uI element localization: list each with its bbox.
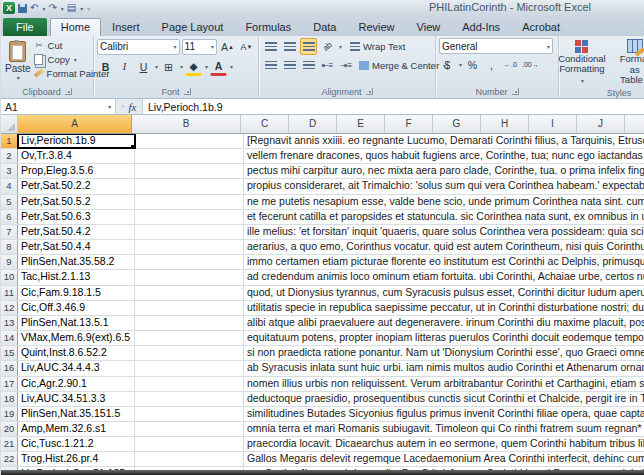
cell-c11[interactable]: quod, ut Dionysius tyrannus, cum Syracus… — [244, 286, 644, 300]
cell-b13[interactable] — [135, 316, 244, 330]
tab-insert[interactable]: Insert — [101, 18, 151, 36]
cell-b18[interactable] — [135, 392, 244, 406]
font-name-combo[interactable]: Calibri ▾ — [97, 39, 180, 55]
print-icon[interactable]: ▤ — [67, 2, 76, 14]
column-header-e[interactable]: E — [337, 115, 385, 133]
chevron-down-icon[interactable]: ▾ — [230, 63, 233, 70]
row-header-18[interactable]: 18 — [1, 392, 18, 406]
undo-icon[interactable]: ↶ — [30, 2, 38, 14]
bottom-align-button[interactable] — [300, 38, 317, 55]
chevron-down-icon[interactable]: ▾ — [42, 5, 45, 12]
cell-a9[interactable]: PlinSen,Nat.35.58.2 — [18, 255, 135, 269]
align-left-button[interactable] — [262, 57, 279, 74]
tab-file[interactable]: File — [3, 18, 47, 36]
font-size-combo[interactable]: 11 ▾ — [182, 39, 217, 55]
customize-qat-icon[interactable]: ▿ — [87, 5, 90, 12]
borders-button[interactable]: ⊞ — [160, 58, 177, 75]
cell-c16[interactable]: ab Syracusis inlata sunt huic urbi. iam … — [244, 361, 644, 375]
cell-c19[interactable]: similitudines Butades Sicyonius figulus … — [244, 407, 644, 421]
cell-b6[interactable] — [135, 210, 244, 224]
currency-button[interactable]: $ — [439, 56, 456, 73]
cell-b12[interactable] — [135, 301, 244, 315]
row-header-5[interactable]: 5 — [1, 195, 18, 209]
cell-c13[interactable]: alibi atque alibi praevaluere aut degene… — [244, 316, 644, 330]
cell-c12[interactable]: utilitatis specie in republica saepissim… — [244, 301, 644, 315]
tab-view[interactable]: View — [406, 18, 452, 36]
row-header-20[interactable]: 20 — [1, 422, 18, 436]
cell-a19[interactable]: PlinSen,Nat.35.151.5 — [18, 407, 135, 421]
fill-color-button[interactable]: ◆ — [185, 57, 202, 76]
row-header-8[interactable]: 8 — [1, 240, 18, 254]
cell-c5[interactable]: ne me putetis nesapium esse, valde bene … — [244, 195, 644, 209]
decrease-indent-button[interactable]: ⇤≡ — [319, 57, 336, 74]
increase-decimal-button[interactable]: ←.0 — [502, 56, 519, 73]
decrease-decimal-button[interactable]: .00→ — [521, 56, 540, 73]
cell-a17[interactable]: Cic,Agr.2.90.1 — [18, 377, 135, 391]
wrap-text-button[interactable]: Wrap Text — [350, 40, 405, 54]
tab-add-ins[interactable]: Add-Ins — [451, 18, 511, 36]
cell-b4[interactable] — [135, 179, 244, 193]
cell-a12[interactable]: Cic,Off.3.46.9 — [18, 301, 135, 315]
cell-a2[interactable]: Ov,Tr.3.8.4 — [18, 149, 135, 163]
cell-b22[interactable] — [135, 452, 244, 466]
cell-b16[interactable] — [135, 361, 244, 375]
cell-b17[interactable] — [135, 377, 244, 391]
row-header-21[interactable]: 21 — [1, 437, 18, 451]
cell-a7[interactable]: Petr,Sat.50.4.2 — [18, 225, 135, 239]
select-all-corner[interactable] — [1, 115, 18, 133]
column-header-h[interactable]: H — [481, 115, 529, 133]
cell-a20[interactable]: Amp,Mem.32.6.s1 — [18, 422, 135, 436]
middle-align-button[interactable] — [281, 38, 298, 55]
cell-c18[interactable]: deductoque praesidio, prosequentibus cun… — [244, 392, 644, 406]
cell-a16[interactable]: Liv,AUC.34.4.4.3 — [18, 361, 135, 375]
row-header-3[interactable]: 3 — [1, 164, 18, 178]
column-header-d[interactable]: D — [289, 115, 337, 133]
cell-c14[interactable]: equitatuum potens, propter inopiam litte… — [244, 331, 644, 345]
cell-b2[interactable] — [135, 149, 244, 163]
cell-a15[interactable]: Quint,Inst.8.6.52.2 — [18, 346, 135, 360]
row-header-1[interactable]: 1 — [1, 134, 18, 148]
cell-c22[interactable]: Gallos Megaris delevit regemque Lacedaem… — [244, 452, 644, 466]
column-header-b[interactable]: B — [132, 115, 241, 133]
row-header-10[interactable]: 10 — [1, 270, 18, 284]
cell-b19[interactable] — [135, 407, 244, 421]
chevron-down-icon[interactable]: ▾ — [459, 61, 462, 68]
cell-b10[interactable] — [135, 270, 244, 284]
column-header-c[interactable]: C — [241, 115, 289, 133]
column-header-a[interactable]: A — [18, 115, 132, 133]
chevron-down-icon[interactable]: ▾ — [80, 5, 83, 12]
conditional-formatting-button[interactable]: Conditional Formatting ▾ — [554, 38, 610, 88]
cell-a8[interactable]: Petr,Sat.50.4.4 — [18, 240, 135, 254]
chevron-down-icon[interactable]: ▾ — [205, 63, 208, 70]
tab-data[interactable]: Data — [302, 18, 347, 36]
save-icon[interactable] — [18, 4, 27, 13]
comma-button[interactable]: , — [483, 56, 500, 73]
cell-c9[interactable]: immo certamen etiam picturae florente eo… — [244, 255, 644, 269]
cell-b7[interactable] — [135, 225, 244, 239]
column-header-i[interactable]: I — [529, 115, 577, 133]
cell-a21[interactable]: Cic,Tusc.1.21.2 — [18, 437, 135, 451]
font-color-button[interactable]: A — [210, 57, 227, 76]
cell-a14[interactable]: VMax,Mem.6.9(ext).6.5 — [18, 331, 135, 345]
cell-b5[interactable] — [135, 195, 244, 209]
tab-page-layout[interactable]: Page Layout — [151, 18, 235, 36]
cell-b21[interactable] — [135, 437, 244, 451]
row-header-14[interactable]: 14 — [1, 331, 18, 345]
column-header-f[interactable]: F — [385, 115, 433, 133]
name-box[interactable]: A1 ▾ — [1, 99, 116, 114]
cell-a1[interactable]: Liv,Perioch.1b.9 — [18, 134, 135, 148]
cell-c1[interactable]: [Regnavit annis xxiiii. eo regnante Lucu… — [244, 134, 644, 148]
chevron-down-icon[interactable]: ▾ — [155, 63, 158, 70]
row-header-17[interactable]: 17 — [1, 377, 18, 391]
format-as-table-button[interactable]: Format as Table ▾ — [616, 38, 644, 88]
tab-home[interactable]: Home — [50, 18, 101, 36]
cell-a13[interactable]: PlinSen,Nat.13.5.1 — [18, 316, 135, 330]
cell-b14[interactable] — [135, 331, 244, 345]
cell-c7[interactable]: ille melius: 'et forsitan' inquit 'quaer… — [244, 225, 644, 239]
cell-b1[interactable] — [135, 134, 244, 148]
number-format-combo[interactable]: General ▾ — [439, 38, 553, 54]
orientation-button[interactable]: ab — [319, 38, 336, 55]
increase-indent-button[interactable]: ⇥≡ — [338, 57, 355, 74]
cell-c15[interactable]: si non praedicta ratione ponantur. Nam u… — [244, 346, 644, 360]
redo-icon[interactable]: ↷ — [48, 2, 56, 14]
